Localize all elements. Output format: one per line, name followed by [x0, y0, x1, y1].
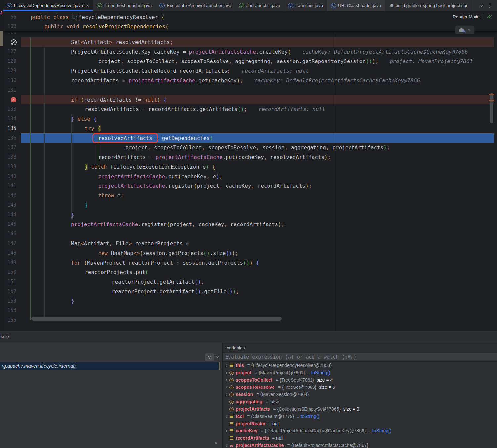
expand-chevron-icon[interactable]: › [224, 413, 229, 420]
breakpoint-icon[interactable]: ✓ [11, 97, 16, 102]
tab-console[interactable]: sole [1, 334, 9, 339]
muted-breakpoint-icon[interactable] [11, 39, 17, 45]
code-token: ; [227, 68, 230, 74]
line-number-133[interactable]: 133 [3, 104, 16, 114]
tab-propertieslauncher-java[interactable]: CPropertiesLauncher.java [93, 0, 156, 11]
tab-jarlauncher-java[interactable]: CJarLauncher.java [235, 0, 284, 11]
expand-chevron-icon[interactable]: › [224, 384, 229, 390]
variables-pane: Variables Evaluate expression (↵) or add… [222, 343, 497, 448]
line-number-146[interactable]: 146 [3, 229, 16, 239]
tab-executablearchivelauncher-java[interactable]: CExecutableArchiveLauncher.java [156, 0, 235, 11]
line-number-144[interactable]: 144 [3, 210, 16, 220]
line-number-154[interactable]: 154 [3, 306, 16, 315]
error-stripe-mark[interactable] [489, 94, 494, 95]
sticky-line-number-103[interactable]: 103 [3, 22, 16, 31]
tab-close-icon[interactable]: × [86, 3, 89, 8]
line-number-149[interactable]: 149 [3, 258, 16, 267]
reader-mode-button[interactable]: Reader Mode [453, 14, 480, 19]
variable-row-tccl[interactable]: ›tccl = {ClassRealm@1779} ... toString() [223, 413, 497, 420]
line-number-155[interactable]: 155 [3, 315, 16, 325]
funnel-icon [208, 355, 212, 359]
local-variable-icon-glyph [230, 438, 233, 438]
variable-row-cacheKey[interactable]: ›cacheKey = {DefaultProjectArtifactsCach… [223, 427, 497, 434]
chevron-down-icon[interactable] [215, 354, 219, 358]
local-variable-icon [229, 416, 234, 417]
tab-urlclassloader-java[interactable]: CURLClassLoader.java [327, 0, 385, 11]
line-number-141[interactable]: 141 [3, 181, 16, 191]
line-number-139[interactable]: 139 [3, 162, 16, 172]
variable-row-recordArtifacts[interactable]: recordArtifacts = null [223, 434, 497, 442]
line-number-135[interactable]: 135 [3, 124, 16, 133]
line-number-129[interactable]: 129 [3, 66, 16, 76]
horizontal-scrollbar[interactable] [31, 317, 282, 321]
tostring-link[interactable]: toString() [301, 414, 320, 419]
line-number-140[interactable]: 140 [3, 172, 16, 181]
variable-row-this[interactable]: ›this = {LifecycleDependencyResolver@785… [223, 362, 497, 369]
left-strip-scroll-thumb[interactable] [0, 31, 3, 46]
code-token: ( [167, 221, 170, 227]
close-icon[interactable]: × [214, 440, 217, 446]
close-icon[interactable]: × [468, 28, 471, 33]
line-number-137[interactable]: 137 [3, 143, 16, 152]
line-number-128[interactable]: 128 [3, 57, 16, 66]
line-number-131[interactable]: 131 [3, 85, 16, 95]
sticky-code-line-66[interactable]: public class LifecycleDependencyResolver… [31, 12, 165, 22]
line-number-145[interactable]: 145 [3, 220, 16, 229]
variable-row-projectArtifacts[interactable]: pprojectArtifacts = {Collections$EmptySe… [223, 405, 497, 413]
line-number-134[interactable]: 134 [3, 114, 16, 124]
sticky-line-number-66[interactable]: 66 [3, 12, 16, 22]
filter-button[interactable] [205, 353, 214, 361]
sticky-code-line-103[interactable]: public void resolveProjectDependencies( [31, 22, 169, 31]
line-number-138[interactable]: 138 [3, 152, 16, 162]
line-number-153[interactable]: 153 [3, 296, 16, 306]
code-token: , [120, 58, 127, 64]
selected-stack-frame[interactable]: rg.apache.maven.lifecycle.internal) [0, 362, 220, 370]
code-token: ) [157, 97, 160, 103]
variable-row-projectArtifactsCache[interactable]: ›∞projectArtifactsCache = {DefaultProjec… [223, 442, 497, 448]
assistant-icon[interactable]: ↻ [459, 28, 464, 32]
line-number-151[interactable]: 151 [3, 277, 16, 287]
variable-row-projectRealm[interactable]: projectRealm = null [223, 420, 497, 427]
code-token: { [212, 164, 215, 170]
line-number-143[interactable]: 143 [3, 200, 16, 210]
variable-row-aggregating[interactable]: paggregating = false [223, 398, 497, 405]
evaluate-expression-input[interactable]: Evaluate expression (↵) or add a watch (… [223, 353, 497, 362]
variable-name: projectRealm [236, 421, 267, 426]
inspections-ok-icon[interactable]: ✓✓ [487, 14, 493, 20]
expand-chevron-icon[interactable]: › [224, 369, 229, 376]
code-token: e [213, 173, 216, 180]
variable-row-scopesToCollect[interactable]: ›pscopesToCollect = {TreeSet@7862} size … [223, 376, 497, 384]
line-number-150[interactable]: 150 [3, 267, 16, 277]
expand-chevron-icon[interactable]: › [224, 391, 229, 398]
variable-row-project[interactable]: ›pproject = {MavenProject@7861} ... toSt… [223, 369, 497, 376]
frame-row-marker [219, 362, 220, 370]
code-token: Artifact [84, 240, 109, 247]
code-token: ; [387, 144, 390, 151]
code-token: projectArtifactsCache [71, 221, 138, 227]
line-number-142[interactable]: 142 [3, 191, 16, 200]
chevron-down-icon[interactable] [479, 3, 483, 7]
variable-value: = [269, 421, 272, 426]
tostring-link[interactable]: toString() [372, 428, 392, 433]
tab-build-gradle-spring-boot-project-spr[interactable]: build.gradle (:spring-boot-project:spr [385, 0, 472, 11]
left-tool-strip: 3 [0, 0, 3, 331]
expand-chevron-icon[interactable]: › [224, 442, 229, 448]
variable-row-session[interactable]: ›psession = {MavenSession@7864} [223, 391, 497, 398]
code-line-143: } [31, 200, 88, 210]
expand-chevron-icon[interactable]: › [224, 362, 229, 369]
expand-chevron-icon[interactable]: › [224, 377, 229, 383]
kebab-menu-icon[interactable]: ⋮ [487, 3, 492, 8]
line-number-148[interactable]: 148 [3, 248, 16, 258]
line-number-136[interactable]: 136 [3, 133, 16, 143]
line-number-127[interactable]: 127 [3, 47, 16, 57]
line-number-152[interactable]: 152 [3, 287, 16, 296]
expand-chevron-icon[interactable]: › [224, 428, 229, 434]
variable-row-scopesToResolve[interactable]: ›pscopesToResolve = {TreeSet@7863} size … [223, 384, 497, 391]
line-number-147[interactable]: 147 [3, 239, 16, 248]
error-stripe-mark[interactable] [489, 100, 494, 101]
tostring-link[interactable]: toString() [311, 370, 330, 375]
line-number-130[interactable]: 130 [3, 76, 16, 85]
tab-launcher-java[interactable]: CLauncher.java [284, 0, 327, 11]
tab-lifecycledependencyresolver-java[interactable]: CLifecycleDependencyResolver.java× [3, 0, 93, 11]
vertical-scrollbar[interactable] [490, 93, 493, 123]
